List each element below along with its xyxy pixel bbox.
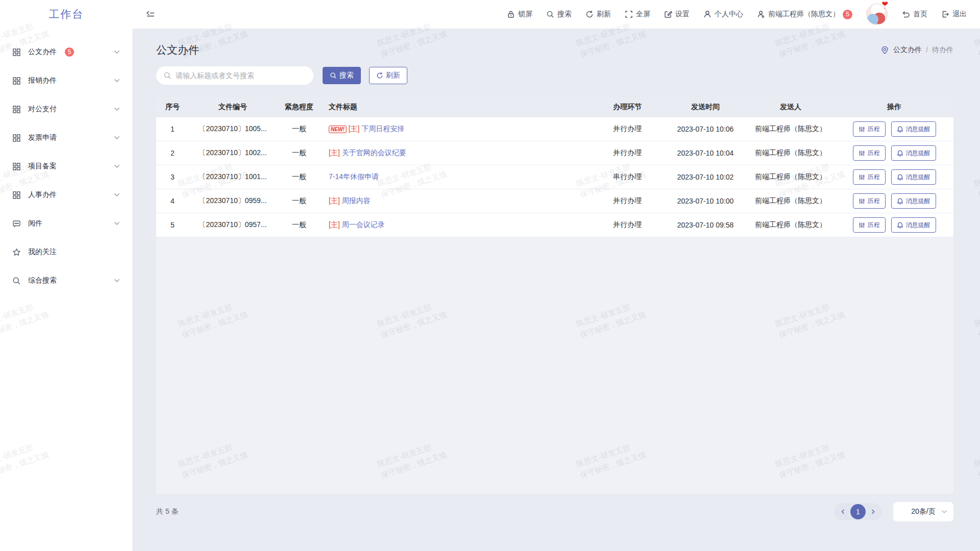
doc-title-link[interactable]: 周一会议记录 — [342, 220, 385, 230]
send-time: 2023-07-10 10:00 — [669, 197, 742, 205]
table-row: 5 〔20230710〕0957... 一般 [主] 周一会议记录 并行办理 2… — [156, 213, 953, 237]
lock-icon — [507, 10, 515, 18]
next-page-button[interactable] — [867, 506, 879, 518]
main-doc-tag: [主] — [329, 196, 340, 206]
sender: 前端工程师（陈思文） — [742, 172, 839, 182]
page-number-button[interactable]: 1 — [850, 504, 866, 519]
main-content: 公文办件 公文办件 / 待办件 搜索 刷新 序号 文件编号 紧急程度 文件标题 … — [133, 29, 980, 551]
urgency: 一般 — [277, 196, 322, 206]
global-search-button[interactable]: 搜索 — [546, 10, 572, 19]
search-toolbar: 搜索 刷新 — [156, 66, 953, 85]
chevron-down-icon — [114, 164, 120, 168]
avatar[interactable]: ❤ — [866, 4, 888, 25]
sidebar-item-1[interactable]: 公文办件 5 — [0, 38, 132, 66]
fullscreen-icon — [625, 10, 633, 18]
new-badge: NEW! — [329, 126, 347, 133]
urgency: 一般 — [277, 124, 322, 134]
sidebar-item-9[interactable]: 综合搜索 — [0, 266, 132, 295]
sidebar-collapse-icon[interactable] — [146, 10, 155, 19]
avatar-heart-icon: ❤ — [881, 0, 888, 9]
refresh-list-button[interactable]: 刷新 — [369, 67, 407, 84]
history-button[interactable]: 历程 — [853, 145, 886, 161]
table-header: 序号 文件编号 紧急程度 文件标题 办理环节 发送时间 发送人 操作 — [156, 97, 953, 117]
chevron-down-icon — [114, 279, 120, 283]
row-index: 1 — [156, 125, 189, 133]
settings-icon — [664, 10, 672, 18]
logout-button[interactable]: 退出 — [941, 10, 967, 19]
table-row: 2 〔20230710〕1002... 一般 [主] 关于官网的会议纪要 并行办… — [156, 141, 953, 165]
sidebar-item-7[interactable]: 阅件 — [0, 209, 132, 238]
fullscreen-button[interactable]: 全屏 — [625, 10, 650, 19]
lock-screen-button[interactable]: 锁屏 — [507, 10, 532, 19]
settings-button[interactable]: 设置 — [664, 10, 690, 19]
message-remind-button[interactable]: 消息提醒 — [891, 121, 936, 137]
doc-number: 〔20230710〕1005... — [189, 124, 277, 134]
chevron-down-icon — [114, 107, 120, 111]
breadcrumb-root[interactable]: 公文办件 — [893, 45, 922, 55]
search-input[interactable] — [156, 66, 313, 85]
current-user[interactable]: 前端工程师（陈思文） 5 — [757, 10, 852, 19]
message-remind-button[interactable]: 消息提醒 — [891, 145, 936, 161]
doc-title-link[interactable]: 关于官网的会议纪要 — [342, 148, 406, 158]
process-step: 并行办理 — [586, 220, 669, 230]
row-index: 3 — [156, 173, 189, 181]
sidebar-item-8[interactable]: 我的关注 — [0, 238, 132, 266]
prev-page-button[interactable] — [837, 506, 849, 518]
profile-center-button[interactable]: 个人中心 — [703, 10, 743, 19]
page-size-select[interactable]: 20条/页 — [893, 502, 953, 521]
doc-number: 〔20230710〕1002... — [189, 148, 277, 158]
timeline-icon — [859, 126, 865, 133]
row-index: 2 — [156, 149, 189, 157]
pagination: 1 20条/页 — [834, 502, 953, 521]
bell-icon — [897, 198, 903, 205]
main-doc-tag: [主] — [349, 124, 360, 134]
send-time: 2023-07-10 10:04 — [669, 149, 742, 157]
message-remind-button[interactable]: 消息提醒 — [891, 193, 936, 209]
history-button[interactable]: 历程 — [853, 169, 886, 185]
home-button[interactable]: 首页 — [901, 10, 927, 19]
chevron-down-icon — [114, 50, 120, 54]
breadcrumb-separator: / — [926, 46, 928, 54]
grid-icon — [12, 162, 21, 171]
sidebar-item-3[interactable]: 对公支付 — [0, 95, 132, 123]
search-button[interactable]: 搜索 — [323, 67, 361, 84]
total-count: 共 5 条 — [156, 507, 179, 516]
message-remind-button[interactable]: 消息提醒 — [891, 217, 936, 233]
main-doc-tag: [主] — [329, 220, 340, 230]
user-icon — [703, 10, 712, 18]
sidebar-item-2[interactable]: 报销办件 — [0, 66, 132, 95]
doc-title-link[interactable]: 周报内容 — [342, 196, 371, 206]
process-step: 并行办理 — [586, 196, 669, 206]
doc-number: 〔20230710〕0959... — [189, 196, 277, 206]
header-actions: 锁屏 搜索 刷新 全屏 设置 个人中心 前端工程师（陈思文） 5 ❤ — [507, 4, 980, 25]
row-index: 4 — [156, 197, 189, 205]
search-icon — [546, 10, 554, 18]
page-title: 公文办件 — [156, 43, 199, 57]
grid-icon — [12, 48, 21, 57]
search-icon — [163, 71, 172, 80]
history-button[interactable]: 历程 — [853, 121, 886, 137]
process-step: 并行办理 — [586, 124, 669, 134]
sidebar-item-badge: 5 — [65, 47, 74, 57]
doc-title-link[interactable]: 下周日程安排 — [361, 124, 404, 134]
history-button[interactable]: 历程 — [853, 193, 886, 209]
history-button[interactable]: 历程 — [853, 217, 886, 233]
table-row: 1 〔20230710〕1005... 一般 NEW! [主] 下周日程安排 并… — [156, 117, 953, 141]
sender: 前端工程师（陈思文） — [742, 196, 839, 206]
grid-icon — [12, 77, 21, 85]
refresh-button[interactable]: 刷新 — [585, 10, 611, 19]
user-message-badge: 5 — [843, 10, 852, 19]
document-table-card: 序号 文件编号 紧急程度 文件标题 办理环节 发送时间 发送人 操作 1 〔20… — [156, 97, 953, 494]
chevron-down-icon — [941, 510, 947, 514]
doc-number: 〔20230710〕0957... — [189, 220, 277, 230]
sidebar-item-6[interactable]: 人事办件 — [0, 181, 132, 209]
bell-icon — [897, 150, 903, 157]
sidebar: 公文办件 5 报销办件 对公支付 发票申请 项目备案 — [0, 29, 133, 551]
user-name: 前端工程师（陈思文） — [768, 10, 840, 19]
message-remind-button[interactable]: 消息提醒 — [891, 169, 936, 185]
sidebar-item-4[interactable]: 发票申请 — [0, 123, 132, 152]
bell-icon — [897, 126, 903, 133]
grid-icon — [12, 105, 21, 114]
doc-title-link[interactable]: 7-14年休假申请 — [329, 172, 379, 182]
sidebar-item-5[interactable]: 项目备案 — [0, 152, 132, 181]
